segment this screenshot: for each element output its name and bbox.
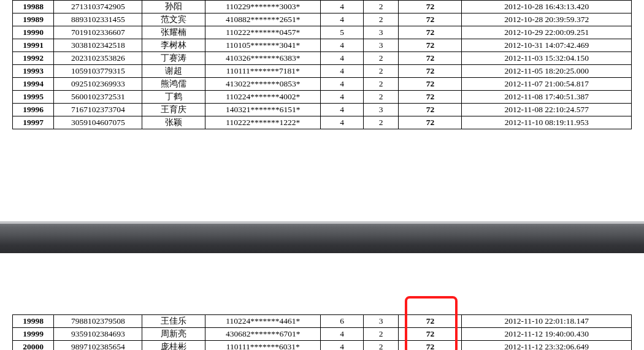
cell-index: 19993 [13, 65, 54, 78]
cell-index: 19997 [13, 116, 54, 129]
table-row: 199967167102373704王育庆140321*******6151*4… [13, 104, 632, 116]
cell-date: 2012-11-10 08:19:11.953 [462, 116, 632, 129]
cell-name: 张耀楠 [142, 26, 205, 39]
cell-cert: 110224*******4002* [205, 91, 321, 104]
cell-name: 孙阳 [142, 1, 205, 13]
cell-col-a: 4 [321, 39, 364, 52]
table-row: 199955600102372531丁鹤110224*******4002*42… [13, 91, 632, 104]
cell-id: 9897102385654 [54, 341, 142, 351]
cell-col-b: 3 [363, 104, 399, 116]
page-bottom: 199987988102379508王佳乐110224*******4461*6… [0, 253, 644, 350]
cell-col-c: 72 [399, 1, 462, 13]
cell-col-a: 4 [321, 13, 364, 26]
table-row: 199999359102384693周新亮430682*******6701*4… [13, 328, 632, 341]
cell-col-a: 4 [321, 52, 364, 65]
table1-wrap: 199882713103742905孙阳110229*******3003*42… [12, 0, 632, 129]
cell-name: 王育庆 [142, 104, 205, 116]
cell-id: 3059104607075 [54, 116, 142, 129]
table2: 199987988102379508王佳乐110224*******4461*6… [12, 314, 632, 350]
cell-id: 1059103779315 [54, 65, 142, 78]
table2-wrap: 199987988102379508王佳乐110224*******4461*6… [12, 314, 632, 350]
cell-date: 2012-10-29 22:00:09.251 [462, 26, 632, 39]
cell-col-b: 2 [363, 328, 399, 341]
table-row: 199931059103779315谢超110111*******7181*42… [13, 65, 632, 78]
cell-cert: 413022*******0853* [205, 78, 321, 91]
cell-id: 7167102373704 [54, 104, 142, 116]
cell-cert: 110111*******7181* [205, 65, 321, 78]
cell-id: 0925102369933 [54, 78, 142, 91]
cell-date: 2012-11-07 21:00:54.817 [462, 78, 632, 91]
cell-date: 2012-11-03 15:32:04.150 [462, 52, 632, 65]
cell-cert: 140321*******6151* [205, 104, 321, 116]
cell-index: 19996 [13, 104, 54, 116]
cell-col-b: 2 [363, 91, 399, 104]
cell-cert: 110222*******1222* [205, 116, 321, 129]
cell-name: 庞桂彬 [142, 341, 205, 351]
cell-index: 19994 [13, 78, 54, 91]
cell-index: 19995 [13, 91, 54, 104]
cell-col-c: 72 [399, 13, 462, 26]
table-row: 199940925102369933熊鸿儒413022*******0853*4… [13, 78, 632, 91]
cell-col-b: 2 [363, 65, 399, 78]
cell-col-a: 4 [321, 65, 364, 78]
cell-col-a: 6 [321, 315, 364, 328]
cell-col-c: 72 [399, 104, 462, 116]
cell-name: 王佳乐 [142, 315, 205, 328]
cell-col-a: 4 [321, 78, 364, 91]
table-row: 199907019102336607张耀楠110222*******0457*5… [13, 26, 632, 39]
cell-col-a: 4 [321, 91, 364, 104]
cell-col-b: 2 [363, 78, 399, 91]
table-row: 199913038102342518李树林110105*******3041*4… [13, 39, 632, 52]
cell-col-c: 72 [399, 78, 462, 91]
cell-col-c: 72 [399, 91, 462, 104]
cell-index: 20000 [13, 341, 54, 351]
cell-index: 19989 [13, 13, 54, 26]
cell-col-b: 2 [363, 52, 399, 65]
cell-name: 熊鸿儒 [142, 78, 205, 91]
cell-col-b: 2 [363, 13, 399, 26]
cell-cert: 110111*******6031* [205, 341, 321, 351]
spacer [12, 253, 632, 314]
page-break-gap [0, 221, 644, 253]
cell-name: 谢超 [142, 65, 205, 78]
cell-index: 19991 [13, 39, 54, 52]
cell-col-a: 4 [321, 328, 364, 341]
table-row: 200009897102385654庞桂彬110111*******6031*4… [13, 341, 632, 351]
table-row: 199898893102331455范文宾410882*******2651*4… [13, 13, 632, 26]
cell-id: 5600102372531 [54, 91, 142, 104]
cell-name: 李树林 [142, 39, 205, 52]
cell-id: 7988102379508 [54, 315, 142, 328]
cell-cert: 110105*******3041* [205, 39, 321, 52]
cell-name: 丁鹤 [142, 91, 205, 104]
cell-cert: 110229*******3003* [205, 1, 321, 13]
cell-id: 7019102336607 [54, 26, 142, 39]
table-row: 199922023102353826丁赛涛410326*******6383*4… [13, 52, 632, 65]
table-row: 199973059104607075张颖110222*******1222*42… [13, 116, 632, 129]
cell-col-a: 4 [321, 116, 364, 129]
cell-col-b: 2 [363, 341, 399, 351]
cell-id: 3038102342518 [54, 39, 142, 52]
cell-id: 2023102353826 [54, 52, 142, 65]
cell-col-c: 72 [399, 341, 462, 351]
cell-col-a: 4 [321, 104, 364, 116]
cell-col-c: 72 [399, 116, 462, 129]
cell-col-c: 72 [399, 39, 462, 52]
cell-col-c: 72 [399, 26, 462, 39]
cell-date: 2012-10-28 16:43:13.420 [462, 1, 632, 13]
cell-date: 2012-11-05 18:20:25.000 [462, 65, 632, 78]
cell-index: 19998 [13, 315, 54, 328]
cell-col-b: 3 [363, 315, 399, 328]
cell-col-b: 3 [363, 39, 399, 52]
cell-date: 2012-11-08 17:40:51.387 [462, 91, 632, 104]
cell-name: 周新亮 [142, 328, 205, 341]
cell-date: 2012-11-12 19:40:00.430 [462, 328, 632, 341]
cell-name: 张颖 [142, 116, 205, 129]
cell-col-a: 4 [321, 341, 364, 351]
cell-index: 19999 [13, 328, 54, 341]
cell-col-b: 2 [363, 1, 399, 13]
cell-col-a: 4 [321, 1, 364, 13]
cell-cert: 410882*******2651* [205, 13, 321, 26]
cell-date: 2012-11-10 22:01:18.147 [462, 315, 632, 328]
cell-col-c: 72 [399, 52, 462, 65]
table1: 199882713103742905孙阳110229*******3003*42… [12, 0, 632, 129]
